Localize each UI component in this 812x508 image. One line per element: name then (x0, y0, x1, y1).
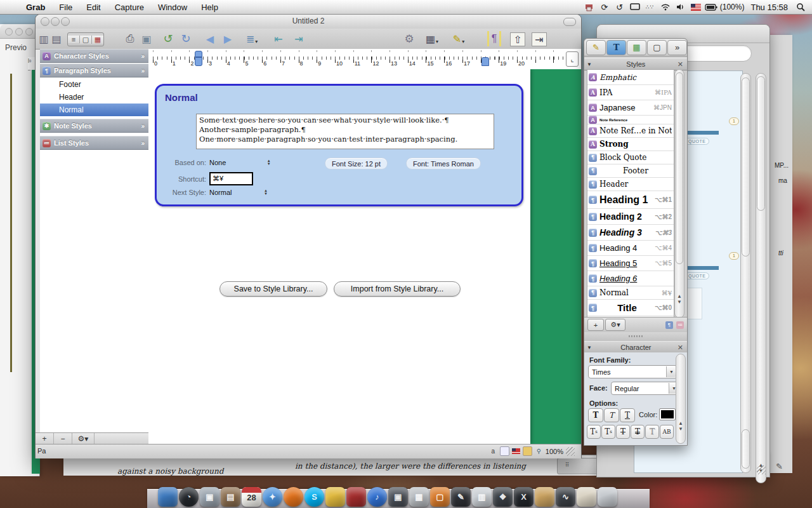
window-scrollbar[interactable]: ▲▼ (756, 73, 766, 483)
forward-icon[interactable]: ▶ (221, 31, 235, 46)
wifi-icon[interactable] (659, 2, 672, 12)
redo-icon[interactable]: ↻ (179, 31, 193, 46)
chevron-expand-icon[interactable]: » (141, 140, 145, 147)
indent-increase-icon[interactable]: ⇥ (292, 31, 306, 46)
sidebar-item-header[interactable]: Header (40, 91, 148, 104)
save-icon[interactable]: ▣ (140, 31, 154, 46)
save-to-style-library-button[interactable]: Save to Style Library... (219, 281, 327, 297)
spaces-icon[interactable]: ∴∵ (644, 2, 657, 12)
volume-icon[interactable] (674, 2, 687, 12)
tab-selector[interactable]: ⌞ (566, 51, 579, 67)
ruler[interactable]: 01234567891011121314151617181920 ⌞ (148, 49, 581, 70)
undo-icon[interactable]: ↺ (161, 31, 175, 46)
style-sample-box[interactable]: Some·text·goes·here·so·you·can·see·what·… (196, 114, 494, 149)
dock-icon-grid-app[interactable]: ▦ (409, 487, 429, 507)
resize-grip[interactable] (757, 465, 766, 474)
view-mode-segment[interactable]: ≡▢▦ (67, 32, 104, 46)
dock-icon-pixel-app[interactable]: ❖ (493, 487, 513, 507)
next-style-stepper[interactable]: ▲▼ (262, 187, 269, 197)
font-indicator-icon[interactable]: a (489, 447, 497, 455)
sidebar-group-note-styles[interactable]: ✱ Note Styles » (40, 119, 148, 133)
grab-document-icon[interactable] (583, 2, 596, 12)
dock-icon-media-app[interactable]: ▣ (388, 487, 408, 507)
sidebar-group-character-styles[interactable]: A Character Styles » (40, 49, 148, 63)
displays-icon[interactable] (629, 2, 641, 12)
input-flag-icon[interactable] (690, 2, 702, 12)
menu-window[interactable]: Window (151, 3, 194, 12)
scrollbar-thumb[interactable] (742, 77, 750, 257)
right-indent-marker[interactable] (481, 57, 489, 66)
scrollbar-arrows[interactable]: ▲▼ (678, 420, 684, 432)
sync-icon[interactable]: ⟳ (598, 2, 611, 12)
style-item-heading-4[interactable]: ¶Heading 4⌥⌘4 (587, 241, 674, 256)
dock-icon-safari[interactable]: ✦ (263, 487, 282, 507)
scrollbar-arrows[interactable]: ▲▼ (676, 293, 683, 305)
disclosure-triangle-icon[interactable]: ▼ (587, 345, 592, 351)
scrollbar-thumb[interactable] (676, 72, 683, 264)
add-style-button[interactable]: + (587, 319, 604, 331)
menu-clock[interactable]: Thu 15:58 (747, 3, 792, 12)
style-item-footer[interactable]: ¶Footer (587, 164, 674, 178)
page-top-icon[interactable]: ⇧ (510, 32, 525, 46)
toolbar-toggle-button[interactable] (563, 18, 576, 26)
table-menu-icon[interactable]: ▦▾ (425, 31, 439, 46)
add-style-button[interactable]: + (36, 433, 54, 444)
style-item-normal[interactable]: ¶Normal⌘¥ (587, 286, 674, 300)
style-item-heading-3[interactable]: ¶Heading 3⌥⌘3 (587, 225, 674, 241)
menu-help[interactable]: Help (194, 3, 225, 12)
dock-icon-archive-app[interactable] (577, 487, 596, 507)
window-resize-grip[interactable] (566, 447, 575, 456)
underline-button[interactable]: T (620, 408, 635, 422)
smallcaps-button[interactable]: AB (660, 425, 674, 439)
dock-icon-orange-app[interactable]: ▢ (430, 487, 450, 507)
shadow-button[interactable]: T (645, 425, 659, 439)
palette-divider-handle[interactable] (584, 332, 687, 341)
scrollbar-thumb[interactable] (742, 429, 750, 469)
style-item-block-quote[interactable]: ¶Block Quote (587, 151, 674, 164)
menu-capture[interactable]: Capture (108, 3, 151, 12)
color-well[interactable] (659, 408, 676, 420)
document-page[interactable]: Normal Some·text·goes·here·so·you·can·se… (148, 69, 530, 444)
style-item-japanese[interactable]: AJapanese⌘JPN (587, 100, 674, 116)
dock-icon-finder[interactable] (158, 487, 178, 507)
print-icon[interactable]: ⎙ (123, 31, 137, 46)
menu-file[interactable]: File (52, 3, 79, 12)
dock-icon-address-book[interactable]: ▤ (221, 487, 240, 507)
page-indicator-icon[interactable] (500, 446, 509, 456)
style-item-note-ref-e-in-note[interactable]: ANote Ref…e in Note (587, 124, 674, 138)
remove-style-button[interactable]: − (54, 433, 72, 444)
text-tool-button[interactable]: T (606, 40, 626, 55)
document-drawer-icon[interactable]: ▥ (37, 31, 51, 46)
style-item-header[interactable]: ¶Header (587, 178, 674, 191)
previous-button-label[interactable]: Previo (5, 43, 27, 52)
character-filter-icon[interactable]: ≔ (676, 321, 684, 329)
dock-icon-chart-app[interactable]: ▥ (472, 487, 492, 507)
gear-menu-icon[interactable]: ⚙ (402, 31, 416, 46)
sidebar-group-list-styles[interactable]: ≔ List Styles » (40, 136, 148, 150)
paragraph-filter-icon[interactable]: ¶ (665, 321, 673, 329)
style-item-heading-1[interactable]: ¶Heading 1⌥⌘1 (587, 191, 674, 209)
scrollbar-thumb[interactable] (757, 76, 765, 211)
chevron-expand-icon[interactable]: » (141, 53, 145, 60)
dropdown-arrow-icon[interactable]: ▼ (666, 366, 676, 377)
style-gear-menu-button[interactable]: ⚙▾ (605, 319, 625, 331)
time-machine-icon[interactable]: ↺ (613, 2, 626, 12)
dock-icon-folder[interactable] (535, 487, 554, 507)
dock-icon-x-app[interactable]: X (514, 487, 534, 507)
spotlight-icon[interactable] (794, 2, 807, 12)
import-from-style-library-button[interactable]: Import from Style Library... (334, 281, 461, 297)
based-on-stepper[interactable]: ▲▼ (265, 157, 272, 168)
dock-icon-skype[interactable]: S (304, 487, 324, 507)
first-line-indent-marker[interactable] (195, 51, 202, 57)
zoom-magnifier-icon[interactable]: ⚲ (535, 447, 543, 455)
character-palette-header[interactable]: ▼ Character ✕ (584, 341, 687, 354)
view-draft-icon[interactable]: ≡ (68, 36, 80, 43)
style-item-strong[interactable]: AStrong (587, 138, 674, 151)
close-palette-icon[interactable]: ✕ (678, 344, 683, 352)
battery-icon[interactable] (705, 2, 717, 12)
view-facing-icon[interactable]: ▦ (92, 36, 103, 44)
shortcut-input[interactable]: ⌘¥ (209, 172, 253, 185)
strikethrough-button[interactable]: T (616, 425, 630, 439)
zoom-level[interactable]: 100% (546, 448, 563, 455)
highlighter-menu-icon[interactable]: ✎▾ (452, 31, 466, 46)
